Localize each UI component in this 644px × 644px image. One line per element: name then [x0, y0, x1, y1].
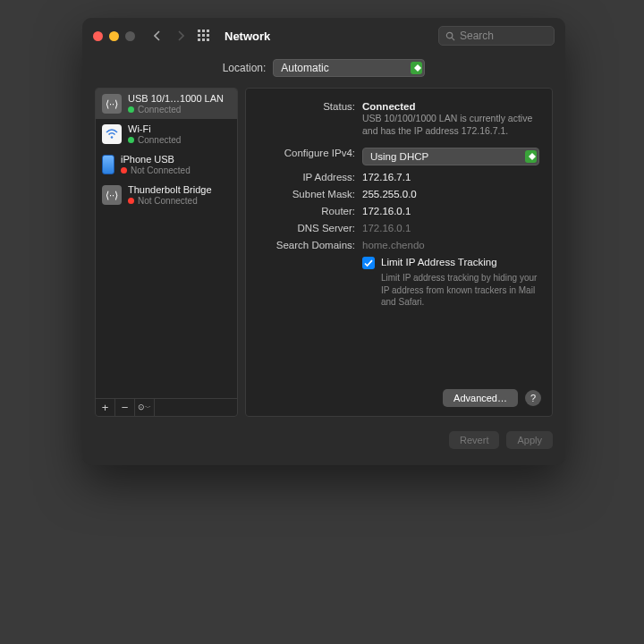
location-label: Location: — [223, 62, 267, 74]
chevron-updown-icon — [411, 62, 422, 74]
status-dot-icon — [128, 198, 134, 204]
search-input[interactable]: Search — [438, 26, 555, 46]
router-value: 172.16.0.1 — [362, 206, 539, 216]
dns-server-label: DNS Server: — [258, 223, 355, 233]
ip-address-value: 172.16.7.1 — [362, 172, 539, 182]
configure-ipv4-select[interactable]: Using DHCP — [362, 148, 539, 165]
sidebar-item-iphone-usb[interactable]: iPhone USB Not Connected — [96, 149, 237, 180]
revert-button: Revert — [449, 431, 499, 449]
status-description: USB 10/100/1000 LAN is currently active … — [362, 112, 539, 137]
apply-button: Apply — [506, 431, 553, 449]
sidebar-item-usb-lan[interactable]: ⟨··⟩ USB 10/1…1000 LAN Connected — [96, 89, 237, 119]
limit-ip-tracking-label: Limit IP Address Tracking — [381, 257, 497, 269]
limit-ip-tracking-checkbox[interactable] — [362, 257, 375, 269]
sidebar-item-status: Connected — [128, 135, 181, 146]
status-dot-icon — [121, 167, 127, 174]
forward-button — [173, 28, 189, 44]
ethernet-icon: ⟨··⟩ — [102, 94, 122, 114]
minimize-icon[interactable] — [109, 31, 119, 41]
status-dot-icon — [128, 137, 134, 143]
add-interface-button[interactable]: + — [96, 399, 115, 416]
sidebar-item-label: USB 10/1…1000 LAN — [128, 93, 224, 105]
svg-point-0 — [446, 32, 452, 38]
help-button[interactable]: ? — [525, 390, 541, 406]
status-label: Status: — [258, 101, 355, 137]
back-button[interactable] — [149, 28, 165, 44]
advanced-button[interactable]: Advanced… — [443, 389, 518, 407]
status-value: Connected — [362, 101, 415, 112]
svg-line-1 — [452, 38, 454, 40]
status-dot-icon — [128, 106, 134, 113]
router-label: Router: — [258, 206, 355, 216]
location-row: Location: Automatic — [82, 54, 565, 88]
window-title: Network — [225, 30, 270, 43]
configure-ipv4-value: Using DHCP — [370, 151, 428, 162]
search-placeholder: Search — [460, 30, 494, 42]
location-value: Automatic — [281, 62, 328, 74]
iphone-icon — [102, 155, 114, 174]
more-options-button[interactable]: ⊙﹀ — [135, 399, 155, 416]
remove-interface-button[interactable]: − — [115, 399, 135, 416]
configure-ipv4-label: Configure IPv4: — [258, 148, 355, 165]
bottom-buttons: Revert Apply — [82, 426, 565, 454]
interface-sidebar: ⟨··⟩ USB 10/1…1000 LAN Connected Wi-Fi C… — [95, 88, 238, 417]
zoom-icon — [125, 31, 135, 41]
sidebar-item-thunderbolt-bridge[interactable]: ⟨··⟩ Thunderbolt Bridge Not Connected — [96, 180, 237, 210]
network-preferences-window: Network Search Location: Automatic ⟨··⟩ … — [82, 18, 565, 465]
search-icon — [445, 31, 455, 41]
subnet-mask-value: 255.255.0.0 — [362, 189, 539, 199]
close-icon[interactable] — [93, 31, 103, 41]
detail-pane: Status: Connected USB 10/100/1000 LAN is… — [245, 88, 553, 417]
chevron-updown-icon — [525, 150, 537, 163]
titlebar: Network Search — [82, 18, 565, 54]
svg-point-2 — [111, 136, 114, 139]
window-controls — [93, 31, 135, 41]
location-select[interactable]: Automatic — [273, 59, 425, 77]
sidebar-item-label: iPhone USB — [121, 154, 191, 165]
sidebar-item-label: Thunderbolt Bridge — [128, 184, 212, 196]
sidebar-item-label: Wi-Fi — [128, 123, 181, 135]
dns-server-value: 172.16.0.1 — [362, 223, 539, 233]
search-domains-label: Search Domains: — [258, 240, 355, 250]
sidebar-item-status: Not Connected — [121, 165, 191, 176]
interface-list: ⟨··⟩ USB 10/1…1000 LAN Connected Wi-Fi C… — [96, 89, 237, 398]
show-all-button[interactable] — [196, 28, 212, 44]
sidebar-item-status: Not Connected — [128, 196, 212, 207]
ip-address-label: IP Address: — [258, 172, 355, 182]
subnet-mask-label: Subnet Mask: — [258, 189, 355, 199]
wifi-icon — [102, 124, 122, 144]
sidebar-item-status: Connected — [128, 105, 224, 115]
limit-ip-tracking-description: Limit IP address tracking by hiding your… — [381, 272, 539, 309]
search-domains-value: home.chendo — [362, 240, 539, 250]
sidebar-item-wifi[interactable]: Wi-Fi Connected — [96, 119, 237, 149]
sidebar-footer: + − ⊙﹀ — [96, 398, 237, 416]
grid-icon — [198, 30, 210, 42]
ethernet-icon: ⟨··⟩ — [102, 185, 122, 205]
